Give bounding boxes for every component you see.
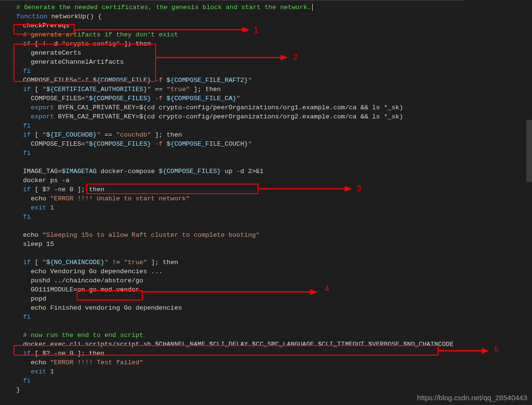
comment-line: # generate artifacts if they don't exist <box>23 31 178 38</box>
annotation-number-3: 3 <box>357 184 361 193</box>
annotation-number-1: 1 <box>254 25 258 35</box>
call: generateChannelArtifacts <box>31 58 124 66</box>
annotation-number-4: 4 <box>325 284 329 293</box>
kw-if: if <box>23 40 31 47</box>
comment-line: # Generate the needed certificates, the … <box>16 4 311 11</box>
kw-fi: fi <box>23 68 31 75</box>
kw-function: function <box>16 13 47 20</box>
call: generateCerts <box>31 49 81 57</box>
scrollbar-thumb[interactable] <box>526 120 532 182</box>
annotation-number-2: 2 <box>293 53 297 62</box>
top-divider <box>0 0 465 0</box>
annotation-number-5: 5 <box>494 345 498 354</box>
cond: [ ! -d <box>31 40 62 47</box>
assign: COMPOSE_FILES= <box>23 77 77 84</box>
func-name: networkUp <box>47 13 86 20</box>
punct: () { <box>86 13 102 20</box>
code-editor-content: # Generate the needed certificates, the … <box>10 3 532 394</box>
watermark: https://blog.csdn.net/qq_28540443 <box>417 393 527 402</box>
call-checkprereqs: checkPrereqs <box>23 22 69 29</box>
str: "crypto-config" <box>62 40 120 47</box>
then: ]; then <box>120 40 151 47</box>
